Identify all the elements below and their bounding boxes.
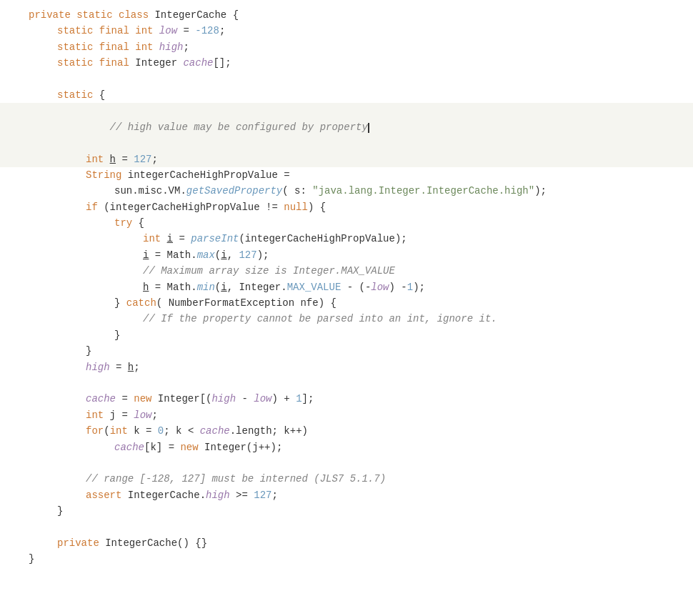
brace: }: [57, 503, 63, 519]
variable: h: [110, 151, 116, 167]
variable: k: [134, 423, 139, 439]
comment: // range [-128, 127] must be interned (J…: [86, 471, 386, 487]
plain: [];: [213, 55, 231, 71]
keyword: int: [135, 23, 159, 39]
keyword: static: [57, 23, 99, 39]
code-line: // range [-128, 127] must be interned (J…: [0, 471, 693, 487]
plain: =: [116, 391, 134, 407]
number: 127: [239, 247, 256, 263]
plain: (integerCacheHighPropValue);: [239, 231, 407, 247]
plain: ++): [290, 423, 308, 439]
brace: }: [86, 343, 91, 359]
keyword: new: [180, 439, 204, 455]
plain: >=: [230, 487, 254, 503]
variable: high: [159, 39, 184, 55]
plain: ;: [183, 39, 189, 55]
variable: low: [134, 407, 151, 423]
code-line: i = Math.max(i, 127);: [0, 247, 693, 263]
plain: (: [215, 279, 221, 295]
code-line: private static class IntegerCache {: [0, 7, 693, 23]
keyword: int: [86, 407, 110, 423]
comment: // high value may be configured by prope…: [110, 121, 368, 133]
keyword: null: [284, 199, 308, 215]
code-line: }: [0, 503, 693, 519]
plain: <: [181, 423, 199, 439]
keyword: private: [57, 535, 105, 551]
code-line: static {: [0, 87, 693, 103]
code-line: }: [0, 343, 693, 359]
keyword: int: [110, 423, 134, 439]
method: parseInt: [191, 231, 239, 247]
brace: {: [139, 215, 144, 231]
plain: (: [104, 423, 109, 439]
plain: ;: [151, 407, 157, 423]
number: 0: [158, 423, 164, 439]
method: max: [197, 247, 215, 263]
code-line: int h = 127;: [0, 151, 693, 167]
plain: );: [257, 247, 269, 263]
plain: IntegerCache.: [128, 487, 206, 503]
variable: high: [211, 391, 236, 407]
code-line: try {: [0, 215, 693, 231]
keyword: if: [86, 199, 104, 215]
plain: ;: [164, 423, 176, 439]
variable: cache: [200, 423, 230, 439]
plain: =: [140, 423, 158, 439]
code-line: // Maximum array size is Integer.MAX_VAL…: [0, 263, 693, 279]
keyword: try: [114, 215, 139, 231]
plain: ];: [302, 391, 314, 407]
variable: j: [110, 407, 116, 423]
code-line: sun.misc.VM.getSavedProperty( s: "java.l…: [0, 183, 693, 199]
variable: low: [254, 391, 271, 407]
code-line: [0, 520, 693, 535]
plain: =: [177, 23, 195, 39]
keyword: static: [57, 87, 99, 103]
plain: ( s:: [282, 183, 312, 199]
code-line: [0, 375, 693, 391]
keyword: class: [119, 7, 154, 23]
variable: h: [128, 359, 134, 375]
keyword: int: [135, 39, 159, 55]
variable: integerCacheHighPropValue =: [128, 167, 290, 183]
plain: = Math.: [149, 247, 196, 263]
plain: = Math.: [149, 279, 196, 295]
variable: high: [86, 359, 110, 375]
variable: i: [167, 231, 173, 247]
plain: ] =: [156, 439, 181, 455]
brace: {: [233, 7, 239, 23]
plain: =: [173, 231, 191, 247]
type: Integer[(: [158, 391, 212, 407]
variable: i: [143, 247, 149, 263]
code-line: cache = new Integer[(high - low) + 1];: [0, 391, 693, 407]
plain: .length;: [230, 423, 284, 439]
plain: , Integer.: [227, 279, 287, 295]
plain: ;: [134, 359, 139, 375]
code-line-highlighted: // high value may be configured by prope…: [0, 103, 693, 151]
variable: h: [143, 279, 149, 295]
code-line: [0, 455, 693, 471]
keyword: int: [86, 151, 110, 167]
keyword: String: [86, 167, 128, 183]
class-name: IntegerCache() {}: [105, 535, 207, 551]
code-line: static final Integer cache[];: [0, 55, 693, 71]
code-line: assert IntegerCache.high >= 127;: [0, 487, 693, 503]
plain: ) +: [272, 391, 296, 407]
method: getSavedProperty: [186, 183, 282, 199]
variable: cache: [114, 439, 144, 455]
code-line: [0, 71, 693, 87]
plain: ,: [227, 247, 239, 263]
plain: ( NumberFormatException nfe) {: [156, 295, 336, 311]
comment: // Maximum array size is Integer.MAX_VAL…: [143, 263, 395, 279]
number: 127: [254, 487, 271, 503]
class-name: IntegerCache: [154, 7, 232, 23]
keyword: new: [134, 391, 158, 407]
type: Integer(: [204, 439, 252, 455]
plain: [: [144, 439, 150, 455]
variable: k: [284, 423, 289, 439]
keyword: static: [76, 7, 119, 23]
variable: high: [206, 487, 230, 503]
variable: i: [221, 247, 226, 263]
plain: ;: [219, 23, 225, 39]
variable: i: [221, 279, 226, 295]
method: min: [197, 279, 215, 295]
